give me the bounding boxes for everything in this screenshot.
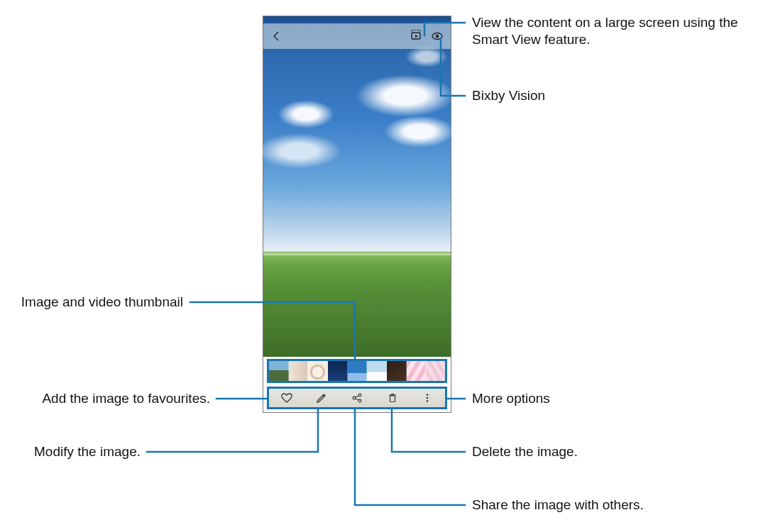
edit-icon[interactable] [316,392,327,404]
svg-line-4 [323,395,324,397]
svg-rect-10 [390,396,395,402]
thumbnail[interactable] [387,361,407,381]
callout-modify: Modify the image. [0,443,141,460]
callout-more: More options [472,390,550,407]
callout-share: Share the image with others. [472,497,644,514]
svg-point-3 [436,35,439,38]
callout-delete: Delete the image. [472,443,578,460]
thumbnail[interactable] [308,361,328,381]
svg-point-17 [427,400,429,402]
callout-bixby: Bixby Vision [472,87,545,104]
callout-smart-view: View the content on a large screen using… [472,14,756,48]
smart-view-icon[interactable] [410,30,422,43]
thumbnail[interactable] [328,361,348,381]
thumbnail[interactable] [407,361,427,381]
svg-point-5 [353,397,356,399]
thumbnail[interactable] [367,361,387,381]
bixby-vision-icon[interactable] [431,30,444,43]
main-image[interactable] [263,16,451,357]
callout-favourites: Add the image to favourites. [0,390,210,407]
thumbnail[interactable] [348,361,368,381]
horizon [263,253,451,255]
svg-point-16 [427,397,429,399]
thumbnail-strip[interactable] [267,359,447,383]
trash-icon[interactable] [387,392,398,404]
svg-line-9 [355,399,358,400]
heart-icon[interactable] [281,392,292,404]
thumbnail[interactable] [269,361,289,381]
callout-thumbnails: Image and video thumbnail [0,294,183,311]
svg-point-6 [358,394,361,397]
svg-line-8 [355,396,358,397]
top-bar [263,23,451,49]
phone-frame [263,16,451,413]
thumbnail[interactable] [289,361,309,381]
svg-point-7 [358,399,361,402]
back-icon[interactable] [270,31,282,42]
share-icon[interactable] [351,392,363,404]
more-icon[interactable] [422,392,433,404]
thumbnail[interactable] [426,361,445,381]
bottom-toolbar [267,387,447,409]
svg-point-15 [427,394,429,396]
svg-marker-1 [415,35,418,38]
